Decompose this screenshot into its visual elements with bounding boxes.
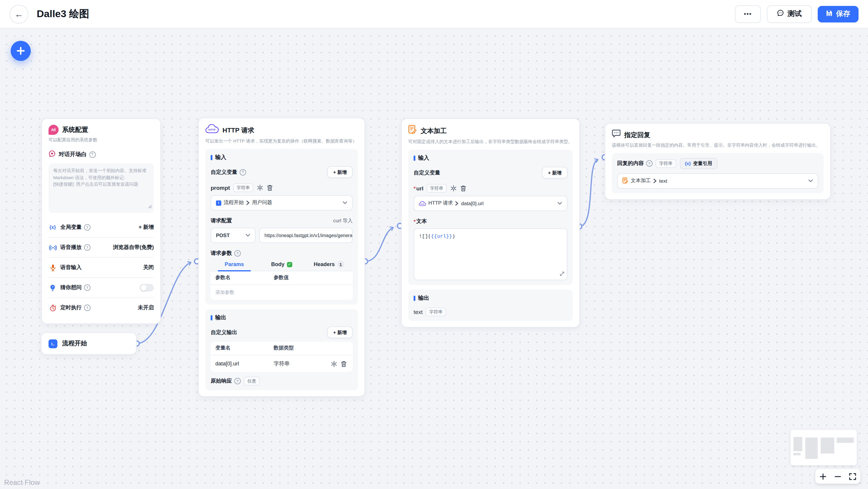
add-variable-button[interactable]: + 新增 (327, 166, 353, 178)
add-variable-button[interactable]: + 新增 (542, 167, 567, 178)
help-icon[interactable]: ? (646, 160, 653, 167)
minimap-node (821, 437, 834, 454)
welcome-label: 对话开场白 (59, 151, 87, 158)
reply-bubble-icon (612, 130, 621, 140)
timer-icon (49, 304, 57, 311)
url-input[interactable]: https://oneapi.fastgpt.in/v1/images/gene… (259, 228, 353, 243)
text-process-mini-icon (622, 175, 628, 186)
gear-icon[interactable] (257, 185, 263, 191)
welcome-textarea[interactable]: 每次对话开始前，发送一个初始内容。支持标准 Markdown 语法，可使用的额外… (49, 163, 154, 213)
row-global-variables[interactable]: {x} 全局变量? + 新增 (49, 218, 154, 237)
tts-value[interactable]: 浏览器自带(免费) (113, 243, 154, 251)
type-badge: 字符串 (426, 307, 446, 316)
svg-text:HTTP: HTTP (421, 203, 425, 205)
voice-input-value[interactable]: 关闭 (143, 264, 154, 271)
var-ref-select[interactable]: I 流程开始 用户问题 (211, 195, 353, 210)
node-flow-start[interactable]: I.. 流程开始 (41, 332, 137, 355)
params-table: 参数名参数值 添加参数 (211, 271, 353, 300)
variable-reference-button[interactable]: {x} 变量引用 (680, 158, 717, 169)
ellipsis-icon: ••• (744, 11, 752, 17)
gear-icon[interactable] (450, 185, 457, 192)
tab-params[interactable]: Params (211, 261, 258, 271)
suggested-questions-toggle[interactable] (140, 284, 154, 292)
bulb-question-icon: ? (49, 284, 57, 291)
braces-x-icon: {x} (49, 225, 57, 230)
help-icon[interactable]: ? (234, 378, 241, 384)
add-node-button[interactable] (11, 41, 31, 61)
help-icon[interactable]: ? (84, 304, 91, 311)
help-icon[interactable]: ? (234, 250, 241, 257)
params-tabs: Params Body✓ Headers1 (211, 261, 353, 271)
output-row[interactable]: data[0].url 字符串 (211, 355, 353, 372)
welcome-heart-chat-icon (49, 149, 56, 160)
node-title: 指定回复 (624, 130, 650, 139)
expand-icon[interactable] (560, 271, 564, 277)
broadcast-icon (49, 244, 57, 251)
add-param-row[interactable]: 添加参数 (211, 285, 353, 300)
tab-body[interactable]: Body✓ (258, 261, 305, 271)
type-badge: 字符串 (656, 159, 676, 168)
zoom-in-button[interactable] (816, 470, 829, 483)
help-icon[interactable]: ? (84, 224, 91, 231)
chevron-down-icon (343, 201, 347, 204)
http-input-card: 输入 自定义变量 ? + 新增 prompt 字符串 I 流程开始 用户问题 (205, 149, 358, 304)
node-subtitle: 该模块可以直接回复一段指定的内容。常用于引导、提示。非字符串内容传入时，会转成字… (612, 142, 824, 149)
text-value-textarea[interactable]: ![]({{url}}) (413, 228, 567, 280)
node-title: 流程开始 (62, 339, 87, 348)
help-icon[interactable]: ? (89, 151, 96, 158)
node-http-request[interactable]: HTTP HTTP 请求 可以发出一个 HTTP 请求，实现更为复杂的操作（联网… (198, 118, 365, 397)
row-suggested-questions[interactable]: ? 猜你想问? (49, 277, 154, 297)
test-button[interactable]: 测试 (767, 5, 812, 23)
trash-icon[interactable] (341, 360, 347, 367)
node-system-config[interactable]: Hi 系统配置 可以配置应用的系统参数 对话开场白 ? 每次对话开始前，发送一个… (41, 118, 161, 324)
save-button[interactable]: 保存 (818, 6, 859, 22)
scheduled-run-value[interactable]: 未开启 (138, 304, 154, 312)
node-reply[interactable]: 指定回复 该模块可以直接回复一段指定的内容。常用于引导、提示。非字符串内容传入时… (605, 123, 831, 200)
chevron-right-icon (246, 200, 250, 205)
minimap-node (794, 453, 801, 455)
curl-import-button[interactable]: curl 导入 (333, 217, 353, 224)
trash-icon[interactable] (460, 185, 466, 192)
custom-output-label: 自定义输出 (211, 328, 237, 336)
node-title: 文本加工 (421, 126, 447, 135)
chat-bubble-icon (777, 9, 784, 18)
var-name: url (416, 185, 423, 192)
flow-canvas[interactable]: Hi 系统配置 可以配置应用的系统参数 对话开场白 ? 每次对话开始前，发送一个… (0, 28, 868, 489)
required-mark: * (413, 185, 416, 191)
gear-icon[interactable] (331, 360, 337, 367)
resize-handle-icon[interactable] (148, 200, 152, 211)
trash-icon[interactable] (267, 185, 273, 191)
row-tts[interactable]: 语音播放? 浏览器自带(免费) (49, 237, 154, 257)
welcome-placeholder: 每次对话开始前，发送一个初始内容。支持标准 Markdown 语法，可使用的额外… (53, 167, 149, 188)
arrow-left-icon: ← (14, 9, 23, 19)
fit-view-button[interactable] (846, 470, 860, 483)
node-text-process[interactable]: 文本加工 可对固定或传入的文本进行加工后输出，非字符串类型数据最终会转成字符串类… (401, 118, 580, 328)
tab-headers[interactable]: Headers1 (305, 261, 353, 271)
reply-ref-select[interactable]: 文本加工 text (617, 173, 818, 189)
help-icon[interactable]: ? (84, 285, 91, 291)
type-badge: 字符串 (426, 184, 447, 193)
http-output-card: 输出 自定义输出 + 新增 变量名数据类型 data[0].url 字符串 原始… (205, 309, 358, 390)
text-label: 文本 (416, 218, 427, 225)
minimap[interactable] (790, 430, 857, 465)
add-variable-action[interactable]: + 新增 (138, 224, 154, 231)
help-icon[interactable]: ? (240, 169, 246, 175)
var-ref-select[interactable]: HTTP HTTP 请求 data[0].url (413, 196, 567, 211)
reply-content-label: 回复的内容 (617, 160, 644, 167)
node-title: HTTP 请求 (222, 126, 254, 134)
url-variable-token: {{url}} (431, 234, 452, 239)
output-section-label: 输出 (418, 294, 429, 302)
row-scheduled-run[interactable]: 定时执行? 未开启 (49, 297, 154, 318)
more-menu-button[interactable]: ••• (735, 5, 761, 23)
raw-response-label: 原始响应 (211, 377, 232, 385)
save-icon (826, 10, 833, 18)
fit-view-icon (849, 473, 857, 480)
add-output-button[interactable]: + 新增 (327, 326, 353, 338)
reply-content-card: 回复的内容 ? 字符串 {x} 变量引用 文本加工 text (612, 153, 824, 193)
back-button[interactable]: ← (9, 4, 28, 23)
help-icon[interactable]: ? (84, 244, 91, 251)
row-voice-input[interactable]: 语音输入 关闭 (49, 257, 154, 277)
method-select[interactable]: POST (211, 228, 256, 243)
zoom-out-button[interactable] (831, 470, 844, 483)
minus-icon (834, 473, 841, 480)
